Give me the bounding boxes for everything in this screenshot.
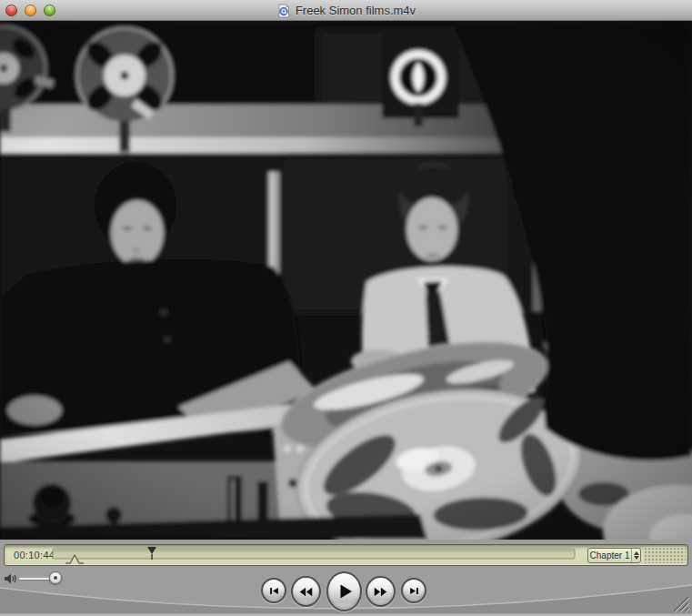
jump-to-end-icon (407, 584, 421, 598)
playback-controller: 00:10:44 Chapter 1 (0, 540, 692, 616)
jump-to-end-button[interactable] (401, 578, 426, 603)
video-canvas[interactable] (0, 21, 692, 540)
window-title: Freek Simon films.m4v (296, 4, 416, 17)
play-icon (334, 581, 356, 602)
lcd-texture (644, 547, 686, 563)
jump-to-start-button[interactable] (261, 578, 286, 603)
timeline-track[interactable] (5, 545, 687, 565)
video-scene (0, 21, 692, 540)
rewind-button[interactable] (291, 576, 321, 607)
chapter-popup-label: Chapter 1 (588, 549, 631, 562)
chapter-stepper-icon (631, 549, 640, 562)
speaker-icon[interactable] (4, 572, 18, 585)
fast-forward-icon (372, 583, 389, 601)
fast-forward-button[interactable] (366, 576, 396, 607)
play-button[interactable] (326, 571, 362, 611)
jump-to-start-icon (267, 584, 281, 598)
timeline-lcd: 00:10:44 Chapter 1 (4, 544, 688, 566)
resize-grip[interactable] (670, 593, 690, 613)
chapter-popup[interactable]: Chapter 1 (587, 548, 641, 563)
quicktime-player-window: Freek Simon films.m4v (0, 0, 692, 616)
window-title-group: Freek Simon films.m4v (0, 0, 692, 21)
rewind-icon (297, 583, 315, 601)
quicktime-document-icon (276, 4, 291, 18)
titlebar[interactable]: Freek Simon films.m4v (0, 0, 692, 21)
